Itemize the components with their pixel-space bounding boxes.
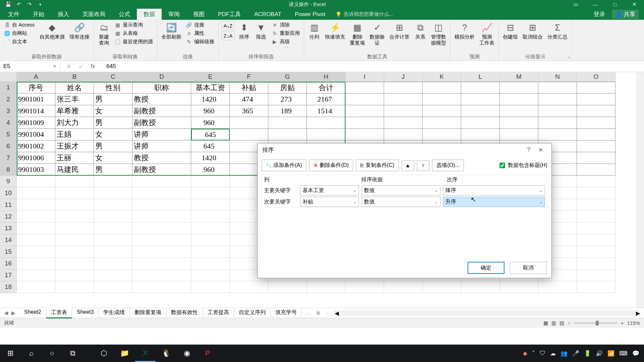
cell-C15[interactable] <box>94 246 132 258</box>
ungroup-button[interactable]: ⊞取消组合 <box>521 21 544 41</box>
row-header-14[interactable]: 14 <box>0 234 17 246</box>
cell-K4[interactable] <box>423 117 461 129</box>
cell-A6[interactable]: 9901002 <box>17 140 55 152</box>
task-view-button[interactable]: ⧉ <box>62 345 83 362</box>
cell-I3[interactable] <box>345 105 384 117</box>
cell-D7[interactable]: 教授 <box>132 152 191 164</box>
secondary-sortby-select[interactable]: 数值⌄ <box>362 197 440 207</box>
column-header-G[interactable]: G <box>268 72 307 82</box>
column-header-I[interactable]: I <box>345 72 384 82</box>
cell-A4[interactable]: 9901009 <box>17 117 55 129</box>
dialog-launcher-icon[interactable]: ↘ <box>567 55 570 59</box>
tab-insert[interactable]: 插入 <box>51 9 76 20</box>
column-header-F[interactable]: F <box>230 72 268 82</box>
sheet-tab-Sheet3[interactable]: Sheet3 <box>72 308 99 318</box>
cell-M5[interactable] <box>500 129 538 140</box>
excel-icon[interactable]: X <box>135 345 156 362</box>
cell-B16[interactable] <box>55 258 94 269</box>
cell-B17[interactable] <box>55 269 94 281</box>
share-button[interactable]: 👤 共享 <box>612 10 639 19</box>
column-header-M[interactable]: M <box>500 72 538 82</box>
cell-H18[interactable] <box>307 281 345 293</box>
cell-B14[interactable] <box>55 234 94 246</box>
cell-N4[interactable] <box>538 117 577 129</box>
undo-icon[interactable]: ↶ <box>15 1 22 8</box>
cell-O18[interactable] <box>577 281 615 293</box>
cell-B15[interactable] <box>55 246 94 258</box>
cell-O7[interactable] <box>577 152 615 164</box>
pdf-icon[interactable]: P <box>197 345 218 362</box>
cancel-formula-icon[interactable]: ✕ <box>66 63 71 70</box>
has-headers-input[interactable] <box>499 163 505 168</box>
cell-D6[interactable]: 讲师 <box>132 140 191 152</box>
qat-customize-icon[interactable]: ▼ <box>37 1 44 8</box>
redo-icon[interactable]: ↷ <box>26 1 33 8</box>
cell-E16[interactable] <box>191 258 230 269</box>
from-web-button[interactable]: 🌐自网站 <box>3 29 36 37</box>
sort-asc-button[interactable]: A↓Z <box>221 21 235 30</box>
cell-E11[interactable] <box>191 199 230 211</box>
tab-pdf[interactable]: PDF工具 <box>211 9 248 20</box>
cell-J3[interactable] <box>384 105 423 117</box>
row-header-1[interactable]: 1 <box>0 82 17 94</box>
sheet-tab-学生成绩[interactable]: 学生成绩 <box>99 308 130 318</box>
cell-N18[interactable] <box>538 281 577 293</box>
fx-icon[interactable]: fx <box>91 63 95 70</box>
cell-L1[interactable] <box>461 82 500 94</box>
cell-G18[interactable] <box>268 281 307 293</box>
cell-A17[interactable] <box>17 269 55 281</box>
cell-J18[interactable] <box>384 281 423 293</box>
cell-A1[interactable]: 序号 <box>17 82 55 94</box>
row-header-2[interactable]: 2 <box>0 94 17 105</box>
column-header-C[interactable]: C <box>94 72 132 82</box>
cell-O10[interactable] <box>577 187 615 199</box>
cell-F18[interactable] <box>230 281 268 293</box>
move-down-button[interactable]: ▼ <box>417 160 430 171</box>
cell-A13[interactable] <box>17 223 55 234</box>
cell-H5[interactable] <box>307 129 345 140</box>
tab-file[interactable]: 文件 <box>1 9 26 20</box>
primary-order-select[interactable]: 降序⌄ <box>443 185 545 195</box>
tab-view[interactable]: 视图 <box>186 9 211 20</box>
delete-level-button[interactable]: ✕删除条件(D) <box>309 160 353 171</box>
cell-C10[interactable] <box>94 187 132 199</box>
cell-F3[interactable]: 365 <box>230 105 268 117</box>
cell-B3[interactable]: 牟希雅 <box>55 105 94 117</box>
zoom-in-button[interactable]: + <box>621 320 624 326</box>
cell-C1[interactable]: 性别 <box>94 82 132 94</box>
existing-conn-button[interactable]: 🔗现有连接 <box>68 21 91 41</box>
sheet-tab-Sheet2[interactable]: Sheet2 <box>19 308 46 318</box>
cortana-button[interactable]: ○ <box>42 345 62 362</box>
start-button[interactable]: ⊞ <box>0 345 21 362</box>
cell-N2[interactable] <box>538 94 577 105</box>
cell-L4[interactable] <box>461 117 500 129</box>
tell-me[interactable]: 💡 告诉我您想要做什么... <box>332 9 393 20</box>
cell-C16[interactable] <box>94 258 132 269</box>
cell-E5[interactable]: 645 <box>191 129 230 140</box>
cell-J5[interactable] <box>384 129 423 140</box>
cell-K18[interactable] <box>423 281 461 293</box>
cell-O3[interactable] <box>577 105 615 117</box>
tray-up-icon[interactable]: ˄ <box>532 350 535 357</box>
sheet-more-icon[interactable]: … <box>302 310 313 316</box>
cell-G3[interactable]: 189 <box>268 105 307 117</box>
column-header-H[interactable]: H <box>307 72 345 82</box>
row-header-5[interactable]: 5 <box>0 129 17 140</box>
cell-B8[interactable]: 马建民 <box>55 164 94 176</box>
tray-onedrive-icon[interactable]: ☁ <box>550 350 556 357</box>
cell-D2[interactable]: 教授 <box>132 94 191 105</box>
zoom-level[interactable]: 115% <box>627 320 640 326</box>
cell-E1[interactable]: 基本工资 <box>191 82 230 94</box>
data-validation-button[interactable]: ✓数据验 证 <box>368 21 386 47</box>
cell-M1[interactable] <box>500 82 538 94</box>
cell-B11[interactable] <box>55 199 94 211</box>
vertical-scrollbar[interactable] <box>637 72 644 308</box>
cell-A2[interactable]: 9901001 <box>17 94 55 105</box>
row-header-12[interactable]: 12 <box>0 211 17 223</box>
remove-dup-button[interactable]: ▦删除 重复项 <box>348 21 366 47</box>
clear-filter-button[interactable]: ✕清除 <box>270 21 301 29</box>
cell-D15[interactable] <box>132 246 191 258</box>
name-box-dropdown-icon[interactable]: ▼ <box>53 64 57 69</box>
cell-D5[interactable]: 讲师 <box>132 129 191 140</box>
forecast-sheet-button[interactable]: 📈预测 工作表 <box>478 21 496 47</box>
